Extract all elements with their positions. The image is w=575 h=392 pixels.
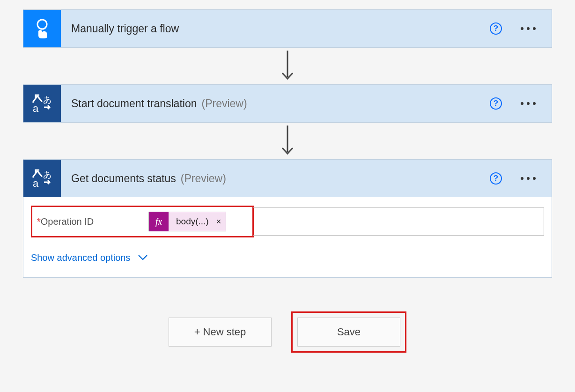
svg-text:あ: あ [43, 170, 52, 179]
step-manual-trigger[interactable]: Manually trigger a flow ? [23, 9, 552, 48]
preview-tag: (Preview) [201, 97, 247, 110]
more-icon[interactable] [521, 177, 536, 180]
preview-tag: (Preview) [181, 172, 226, 185]
step-title-label: Get documents status (Preview) [61, 172, 490, 185]
step-title-label: Start document translation (Preview) [61, 97, 490, 110]
more-icon[interactable] [521, 27, 536, 30]
expression-token[interactable]: fx body(...) × [148, 212, 226, 231]
step-get-status[interactable]: あ a Get documents status (Preview) ? *Op… [23, 159, 552, 278]
translate-icon: あ a [23, 160, 61, 197]
more-icon[interactable] [521, 102, 536, 105]
svg-text:あ: あ [43, 95, 52, 104]
svg-text:a: a [33, 178, 39, 189]
help-icon[interactable]: ? [490, 22, 502, 35]
arrow-connector [23, 123, 552, 159]
fx-icon: fx [149, 212, 169, 231]
help-icon[interactable]: ? [490, 172, 502, 185]
save-button[interactable]: Save [297, 318, 400, 347]
new-step-button[interactable]: + New step [169, 318, 272, 347]
arrow-connector [23, 48, 552, 84]
param-label: *Operation ID [37, 216, 148, 227]
chevron-down-icon [138, 252, 148, 263]
translate-icon: あ a [23, 85, 61, 122]
step-start-translation[interactable]: あ a Start document translation (Preview)… [23, 84, 552, 123]
operation-id-field[interactable]: *Operation ID fx body(...) × [31, 206, 254, 237]
token-text: body(...) [169, 216, 214, 227]
close-icon[interactable]: × [214, 217, 226, 227]
save-highlight: Save [291, 311, 406, 353]
help-icon[interactable]: ? [490, 97, 502, 110]
step-title-label: Manually trigger a flow [61, 22, 490, 35]
operation-id-input[interactable] [253, 207, 544, 236]
tap-icon [23, 10, 61, 47]
svg-text:a: a [33, 103, 39, 114]
show-advanced-link[interactable]: Show advanced options [31, 252, 148, 263]
